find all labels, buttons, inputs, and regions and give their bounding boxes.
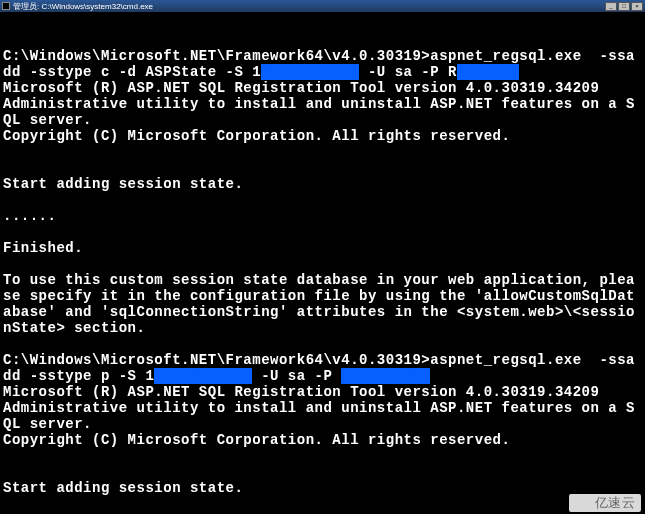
terminal-line: Administrative utility to install and un… [3, 96, 642, 128]
terminal-text: Finished. [3, 240, 83, 256]
terminal-line [3, 192, 642, 208]
terminal-text: Start adding session state. [3, 176, 243, 192]
terminal-line: C:\Windows\Microsoft.NET\Framework64\v4.… [3, 352, 642, 384]
terminal-line [3, 224, 642, 240]
terminal-line: Microsoft (R) ASP.NET SQL Registration T… [3, 80, 642, 96]
title-bar: 管理员: C:\Windows\system32\cmd.exe _ □ × [0, 0, 645, 12]
terminal-line [3, 160, 642, 176]
terminal-text: -U sa -P [252, 368, 341, 384]
terminal-text: Administrative utility to install and un… [3, 96, 635, 128]
terminal-line: Finished. [3, 240, 642, 256]
terminal-line: ...... [3, 208, 642, 224]
maximize-button[interactable]: □ [618, 2, 630, 11]
minimize-button[interactable]: _ [605, 2, 617, 11]
terminal-line: Copyright (C) Microsoft Corporation. All… [3, 432, 642, 448]
cmd-icon [2, 2, 10, 10]
terminal-line [3, 448, 642, 464]
terminal-line: Start adding session state. [3, 480, 642, 496]
terminal-text: Copyright (C) Microsoft Corporation. All… [3, 128, 510, 144]
terminal-line: Microsoft (R) ASP.NET SQL Registration T… [3, 384, 642, 400]
terminal-text: Copyright (C) Microsoft Corporation. All… [3, 432, 510, 448]
terminal-line: Administrative utility to install and un… [3, 400, 642, 432]
terminal-text: Administrative utility to install and un… [3, 400, 635, 432]
redacted-text: edacted [457, 64, 519, 80]
terminal-line [3, 256, 642, 272]
terminal-text: Start adding session state. [3, 480, 243, 496]
close-button[interactable]: × [631, 2, 643, 11]
redacted-text: 92.168.0.48 [154, 368, 252, 384]
terminal-text: To use this custom session state databas… [3, 272, 635, 336]
terminal-line: C:\Windows\Microsoft.NET\Framework64\v4.… [3, 48, 642, 80]
terminal-text: -U sa -P R [359, 64, 457, 80]
redacted-text: 92.168.0.48 [261, 64, 359, 80]
terminal-text: ...... [3, 208, 56, 224]
terminal-output[interactable]: C:\Windows\Microsoft.NET\Framework64\v4.… [0, 12, 645, 514]
title-left: 管理员: C:\Windows\system32\cmd.exe [2, 1, 153, 12]
window-title: 管理员: C:\Windows\system32\cmd.exe [13, 1, 153, 12]
cloud-icon [575, 497, 591, 509]
terminal-text: Microsoft (R) ASP.NET SQL Registration T… [3, 384, 599, 400]
terminal-line: Copyright (C) Microsoft Corporation. All… [3, 128, 642, 144]
watermark-text: 亿速云 [595, 495, 636, 511]
terminal-line [3, 496, 642, 512]
terminal-line [3, 464, 642, 480]
terminal-text: Microsoft (R) ASP.NET SQL Registration T… [3, 80, 599, 96]
terminal-line [3, 336, 642, 352]
window-controls: _ □ × [605, 2, 643, 11]
terminal-line [3, 144, 642, 160]
redacted-text: Redacted0> [341, 368, 430, 384]
watermark: 亿速云 [569, 494, 642, 512]
terminal-line: To use this custom session state databas… [3, 272, 642, 336]
terminal-line: Start adding session state. [3, 176, 642, 192]
